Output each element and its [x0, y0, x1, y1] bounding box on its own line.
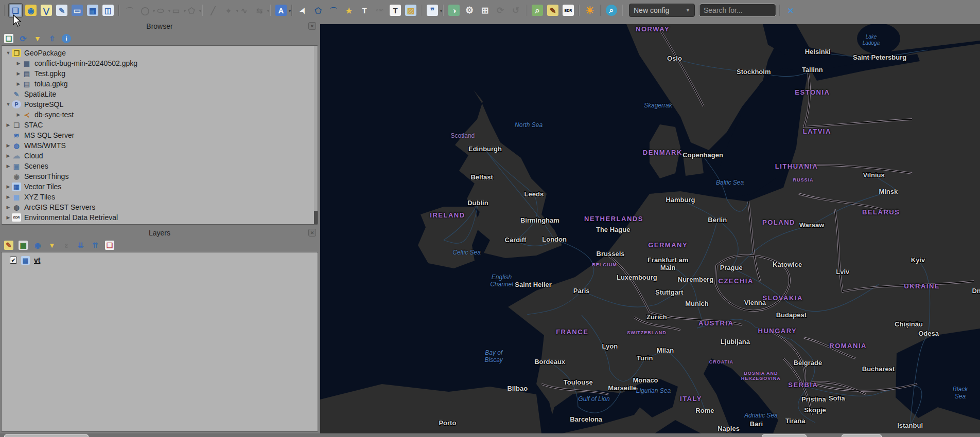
add-text-along-line-button: abc — [373, 3, 387, 17]
collapse-all-layers-icon: ⇈ — [91, 241, 100, 250]
expander-icon[interactable]: ▶ — [5, 153, 12, 158]
browser-scrollbar[interactable] — [314, 46, 318, 224]
history-action-button: ↺ — [509, 3, 523, 17]
map-tips-button[interactable]: ❞▾ — [425, 3, 440, 17]
add-image-annotation-button[interactable]: ▨ — [404, 3, 418, 17]
select-annotation-tool-button[interactable]: ➤ — [295, 3, 310, 17]
vertex-tool-plugin-button[interactable]: ✕ — [783, 3, 798, 17]
zoom-search-plugin-button[interactable]: ⌕ — [530, 3, 545, 17]
add-widget-button[interactable]: ⊞ — [478, 3, 492, 17]
expander-icon[interactable]: ▶ — [5, 194, 12, 199]
collapse-all-button[interactable]: ⇧ — [47, 34, 57, 43]
database-file-icon: ▤ — [22, 69, 31, 78]
add-postgis-layer-button[interactable]: ▭ — [70, 3, 84, 17]
osm-edit-plugin-icon: ✎ — [547, 5, 558, 16]
add-wms-layer-button[interactable]: ◉ — [24, 3, 38, 17]
osm-edit-plugin-button[interactable]: ✎ — [546, 3, 560, 17]
db-connection-icon: ≺ — [22, 111, 31, 119]
add-marker-annotation-button[interactable]: ★ — [342, 3, 356, 17]
expander-icon[interactable]: ▼ — [5, 102, 12, 107]
expand-all-layers-button[interactable]: ⇊ — [76, 241, 85, 250]
browser-tree-item[interactable]: ▶▤tolua.gpkg — [2, 79, 318, 89]
properties-info-button[interactable]: i — [62, 34, 71, 43]
theme-toggle-icon: ◑ — [448, 5, 460, 16]
toolbar-separator — [291, 5, 292, 16]
browser-tree-item[interactable]: ▶EDREnvironmental Data Retrieval — [2, 212, 318, 223]
data-source-manager-button[interactable]: ❏ — [8, 3, 23, 17]
dropdown-arrow-icon[interactable]: ▾ — [199, 9, 201, 13]
browser-tree-item[interactable]: ≋MS SQL Server — [2, 130, 318, 140]
expander-icon[interactable]: ▶ — [15, 61, 22, 66]
add-html-annotation-button[interactable]: T — [388, 3, 402, 17]
dropdown-arrow-icon[interactable]: ▾ — [440, 9, 442, 13]
close-icon[interactable]: ✕ — [308, 229, 316, 236]
toolbar-separator — [579, 5, 580, 16]
theme-toggle-button[interactable]: ◑ — [447, 3, 461, 17]
expander-icon[interactable]: ▶ — [5, 122, 12, 128]
settings-gear-button[interactable]: ⚙ — [462, 3, 477, 17]
layers-titlebar[interactable]: Layers ✕ — [0, 227, 319, 239]
coordinate-box[interactable] — [762, 434, 807, 437]
filter-by-expression-button[interactable]: ε — [62, 241, 71, 250]
dropdown-arrow-icon[interactable]: ▾ — [289, 9, 291, 13]
locator-plugin-button[interactable]: ⌕ — [604, 3, 619, 17]
expander-icon[interactable]: ▶ — [5, 184, 12, 189]
browser-tree-item[interactable]: ◉SensorThings — [2, 171, 318, 181]
config-select[interactable]: New config ▼ — [629, 4, 695, 17]
collapse-all-layers-button[interactable]: ⇈ — [91, 241, 100, 250]
locator-bar[interactable] — [4, 434, 89, 437]
add-virtual-layer-button[interactable]: ◫ — [101, 3, 115, 17]
expander-icon[interactable]: ▼ — [5, 50, 12, 56]
scale-box[interactable] — [842, 434, 882, 437]
browser-tree-item[interactable]: ▼❒GeoPackage — [2, 48, 318, 58]
status-bar — [0, 433, 980, 437]
add-group-button[interactable]: ▤ — [19, 241, 28, 250]
browser-tree-item[interactable]: ▶◍WMS/WMTS — [2, 140, 318, 151]
close-icon[interactable]: ✕ — [308, 22, 316, 30]
browser-tree-item[interactable]: ▶◍ArcGIS REST Servers — [2, 202, 318, 212]
refresh-browser-button[interactable]: ⟳ — [19, 34, 28, 43]
expander-icon[interactable]: ▶ — [15, 112, 22, 117]
locator-plugin-icon: ⌕ — [606, 5, 617, 16]
expander-icon[interactable]: ▶ — [15, 71, 22, 76]
layer-item[interactable]: ✔▦vt — [2, 254, 318, 266]
filter-browser-button[interactable]: ▼ — [33, 34, 42, 43]
browser-tree-item[interactable]: ▶▦Vector Tiles — [2, 181, 318, 192]
vector-tiles-grid-icon: ▦ — [12, 183, 21, 191]
add-selected-layers-button[interactable]: ❏ — [4, 34, 13, 43]
vector-tiles-grid-icon: ▦ — [21, 256, 30, 265]
browser-tree-item[interactable]: ✎SpatiaLite — [2, 89, 318, 99]
browser-tree-item[interactable]: ▶▣Scenes — [2, 161, 318, 171]
browser-titlebar[interactable]: Browser ✕ — [0, 21, 319, 32]
manage-map-themes-button[interactable]: ◉ — [33, 241, 42, 250]
browser-tree-item[interactable]: ▶▩XYZ Tiles — [2, 192, 318, 202]
create-annotation-layer-button[interactable]: A▾ — [274, 3, 288, 17]
sun-plugin-button[interactable]: ☀ — [583, 3, 597, 17]
browser-tree-item[interactable]: ▶☁Cloud — [2, 151, 318, 161]
add-text-annotation-button[interactable]: T — [357, 3, 372, 17]
browser-tree-item[interactable]: ▶▤conflict-bug-min-20240502.gpkg — [2, 58, 318, 68]
browser-tree-item[interactable]: ▶❏STAC — [2, 120, 318, 130]
tree-item-label: ArcGIS REST Servers — [24, 203, 95, 211]
add-spatialite-layer-button[interactable]: ✎ — [55, 3, 69, 17]
browser-tree-item[interactable]: ▼PPostgreSQL — [2, 99, 318, 110]
expander-icon[interactable]: ▶ — [5, 143, 12, 148]
browser-tree-item[interactable]: ▶≺db-sync-test — [2, 110, 318, 120]
expander-icon[interactable]: ▶ — [5, 215, 12, 220]
edr-plugin-button[interactable]: EDR — [561, 3, 575, 17]
open-layer-styling-button[interactable]: ✎ — [4, 241, 13, 250]
add-vector-layer-button[interactable]: ⋁ — [39, 3, 54, 17]
browser-tree-item[interactable]: ▶▤Test.gpkg — [2, 68, 318, 79]
expander-icon[interactable]: ▶ — [15, 81, 22, 86]
expander-icon[interactable]: ▶ — [5, 163, 12, 169]
filter-legend-button[interactable]: ▼ — [47, 241, 57, 250]
map-canvas[interactable]: NORWAYDENMARKESTONIALATVIALITHUANIARUSSI… — [320, 24, 980, 433]
layer-visibility-checkbox[interactable]: ✔ — [10, 257, 17, 264]
add-polygon-annotation-button[interactable]: ⬠ — [311, 3, 325, 17]
expander-icon[interactable]: ▶ — [5, 205, 12, 210]
add-vector-tile-layer-button[interactable]: ▦ — [85, 3, 100, 17]
add-line-annotation-button[interactable]: ⌒ — [326, 3, 341, 17]
remove-layer-button[interactable]: ❏ — [105, 241, 114, 250]
dropdown-arrow-icon[interactable]: ▾ — [267, 9, 269, 13]
search-input[interactable] — [699, 4, 776, 17]
